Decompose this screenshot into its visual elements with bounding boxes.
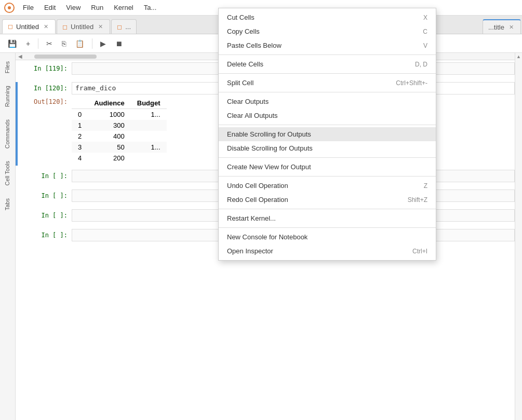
ctx-sep-1 — [219, 55, 436, 55]
ctx-cut-label: Cut Cells — [227, 13, 255, 21]
menu-run[interactable]: Run — [87, 3, 108, 12]
row2-idx: 2 — [72, 131, 88, 142]
ctx-delete-label: Delete Cells — [227, 60, 263, 68]
table-row-0: 0 1000 1... — [72, 109, 167, 120]
menu-view[interactable]: View — [62, 3, 85, 12]
ctx-new-console[interactable]: New Console for Notebook — [219, 230, 436, 244]
tab-untitled-2[interactable]: ◻ Untitled ✕ — [57, 19, 110, 34]
ep-2: In [ ]: — [20, 189, 72, 202]
toolbar-sep-1 — [38, 38, 38, 49]
ctx-inspector-shortcut: Ctrl+I — [412, 248, 427, 255]
ctx-paste-shortcut: V — [423, 42, 427, 49]
h-scroll-thumb[interactable] — [34, 55, 97, 59]
menu-tabs[interactable]: Ta... — [140, 3, 161, 12]
right-tab-area: ...title ✕ — [483, 16, 522, 34]
col-header-audience: Audience — [88, 98, 131, 109]
row4-idx: 4 — [72, 153, 88, 164]
menu-file[interactable]: File — [19, 3, 38, 12]
table-row-1: 1 300 — [72, 120, 167, 131]
cell-indicator-119 — [16, 62, 18, 78]
row2-audience: 400 — [88, 131, 131, 142]
col-header-idx — [72, 98, 88, 109]
row0-budget: 1... — [131, 109, 167, 120]
table-row-2: 2 400 — [72, 131, 167, 142]
v-scrollbar[interactable]: ▲ — [515, 53, 522, 420]
tab-add: ... — [125, 23, 131, 31]
ctx-inspector-label: Open Inspector — [227, 247, 273, 255]
tab-untitled-3[interactable]: ◻ ... — [111, 19, 137, 34]
context-menu: Cut Cells X Copy Cells C Paste Cells Bel… — [218, 8, 436, 261]
ctx-redo-label: Redo Cell Operation — [227, 196, 288, 204]
ctx-paste-cells[interactable]: Paste Cells Below V — [219, 38, 436, 52]
sidebar-commands[interactable]: Commands — [1, 113, 15, 155]
row3-audience: 50 — [88, 142, 131, 153]
ctx-undo-cell[interactable]: Undo Cell Operation Z — [219, 179, 436, 193]
ctx-disable-scroll-label: Disable Scrolling for Outputs — [227, 144, 313, 152]
ctx-copy-label: Copy Cells — [227, 28, 260, 35]
ctx-undo-shortcut: Z — [424, 182, 427, 189]
add-cell-button[interactable]: + — [22, 37, 34, 50]
output-prompt-120: Out[120]: — [20, 96, 72, 108]
ctx-delete-shortcut: D, D — [415, 61, 427, 68]
sidebar-running[interactable]: Running — [1, 79, 15, 113]
ctx-copy-cells[interactable]: Copy Cells C — [219, 24, 436, 38]
toolbar-sep-2 — [92, 38, 92, 49]
ctx-redo-shortcut: Shift+Z — [408, 196, 427, 204]
sidebar-files[interactable]: Files — [1, 55, 15, 79]
row4-audience: 200 — [88, 153, 131, 164]
tab-right-close[interactable]: ✕ — [507, 23, 515, 31]
tab-icon-2: ◻ — [62, 23, 68, 31]
sidebar-tabs[interactable]: Tabs — [1, 192, 15, 216]
v-scroll-up[interactable]: ▲ — [515, 53, 523, 60]
ctx-split-cell[interactable]: Split Cell Ctrl+Shift+- — [219, 76, 436, 90]
ei-3 — [16, 209, 18, 225]
row3-budget: 1... — [131, 142, 167, 153]
ctx-create-view[interactable]: Create New View for Output — [219, 160, 436, 174]
ctx-sep-2 — [219, 73, 436, 74]
ctx-create-view-label: Create New View for Output — [227, 163, 311, 171]
menu-edit[interactable]: Edit — [40, 3, 60, 12]
tab-label-1: Untitled — [16, 23, 39, 31]
stop-button[interactable]: ⏹ — [112, 37, 126, 50]
ctx-enable-scrolling[interactable]: Enable Scrolling for Outputs — [219, 127, 436, 141]
ctx-clear-outputs[interactable]: Clear Outputs — [219, 94, 436, 109]
tab-right-label: ...title — [488, 23, 504, 31]
output-table: Audience Budget 0 1000 1... — [72, 98, 167, 164]
tab-untitled-1[interactable]: ◻ Untitled ✕ — [2, 19, 56, 34]
row1-budget — [131, 120, 167, 131]
row3-idx: 3 — [72, 142, 88, 153]
copy-button[interactable]: ⎘ — [58, 37, 70, 50]
ctx-sep-8 — [219, 227, 436, 228]
ctx-redo-cell[interactable]: Redo Cell Operation Shift+Z — [219, 193, 436, 207]
left-sidebar: Files Running Commands Cell Tools Tabs — [0, 53, 16, 420]
ei-1 — [16, 170, 18, 185]
ctx-paste-label: Paste Cells Below — [227, 42, 282, 49]
save-button[interactable]: 💾 — [4, 37, 20, 50]
paste-button[interactable]: 📋 — [72, 37, 88, 50]
cut-button[interactable]: ✂ — [43, 37, 56, 50]
row0-audience: 1000 — [88, 109, 131, 120]
ctx-disable-scrolling[interactable]: Disable Scrolling for Outputs — [219, 141, 436, 155]
ctx-clear-all-label: Clear All Outputs — [227, 112, 278, 119]
cell-prompt-120: In [120]: — [20, 82, 72, 94]
svg-point-1 — [8, 6, 11, 9]
ctx-open-inspector[interactable]: Open Inspector Ctrl+I — [219, 244, 436, 258]
row1-idx: 1 — [72, 120, 88, 131]
ep-3: In [ ]: — [20, 209, 72, 222]
ctx-enable-scroll-label: Enable Scrolling for Outputs — [227, 130, 311, 138]
sidebar-cell-tools[interactable]: Cell Tools — [1, 155, 15, 192]
table-row-4: 4 200 — [72, 153, 167, 164]
ctx-undo-label: Undo Cell Operation — [227, 182, 288, 189]
run-button[interactable]: ▶ — [97, 37, 110, 50]
ctx-split-label: Split Cell — [227, 79, 253, 87]
tab-close-2[interactable]: ✕ — [97, 23, 104, 31]
ctx-delete-cells[interactable]: Delete Cells D, D — [219, 57, 436, 71]
h-scroll-left[interactable]: ◀ — [17, 53, 24, 60]
tab-right[interactable]: ...title ✕ — [483, 19, 521, 34]
tab-close-1[interactable]: ✕ — [42, 23, 50, 31]
ctx-cut-cells[interactable]: Cut Cells X — [219, 10, 436, 24]
ctx-restart-kernel[interactable]: Restart Kernel... — [219, 211, 436, 225]
ctx-restart-label: Restart Kernel... — [227, 214, 276, 222]
menu-kernel[interactable]: Kernel — [110, 3, 138, 12]
ctx-clear-all-outputs[interactable]: Clear All Outputs — [219, 109, 436, 123]
